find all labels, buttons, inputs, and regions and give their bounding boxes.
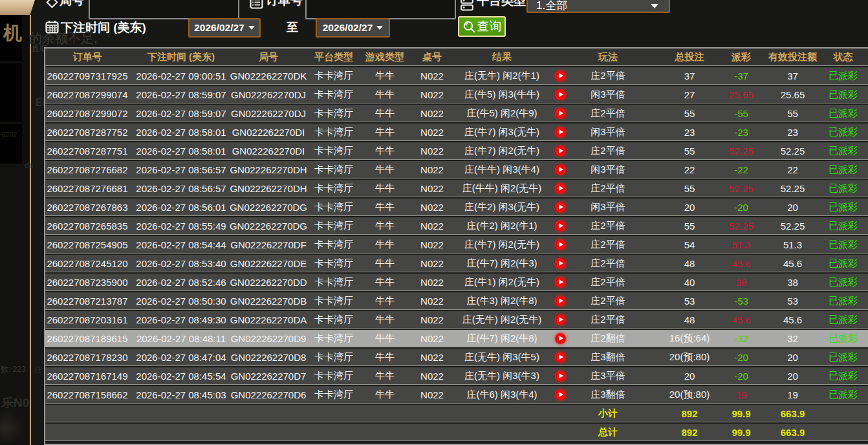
table-row[interactable]: 2602270872678632026-02-27 08:56:01GN0222…: [45, 199, 868, 216]
table-row[interactable]: 2602270871671492026-02-27 08:45:54GN0222…: [45, 367, 868, 385]
cell-empty: [129, 405, 233, 422]
search-button[interactable]: 查询: [458, 16, 506, 37]
play-video-icon[interactable]: [555, 239, 566, 250]
table-row[interactable]: 2602270872658352026-02-27 08:55:49GN0222…: [45, 217, 868, 235]
cell-total-bet: 20(预:80): [649, 386, 715, 403]
play-video-icon[interactable]: [555, 146, 566, 157]
play-video-icon[interactable]: [555, 277, 566, 288]
cell-play-type: 闲3平倍: [574, 199, 649, 215]
table-row[interactable]: 2602270872766812026-02-27 08:56:57GN0222…: [45, 180, 868, 197]
cell-empty: [304, 424, 363, 440]
cell-game-type: 牛牛: [363, 255, 406, 272]
search-icon: [462, 20, 476, 34]
table-row[interactable]: 2602270872451202026-02-27 08:53:40GN0222…: [45, 255, 868, 272]
cell-play: [546, 86, 574, 103]
cell-platform: 卡卡湾厅: [304, 142, 363, 159]
table-row[interactable]: 2602270872990722026-02-27 08:59:07GN0222…: [45, 105, 868, 122]
cell-order-id: 260227087287751: [45, 142, 129, 159]
cell-payout: 51.3: [715, 236, 767, 253]
total-row-bet: 892: [649, 424, 715, 440]
table-row[interactable]: 2602270871782302026-02-27 08:47:04GN0222…: [45, 349, 868, 366]
bet-history-table: 订单号下注时间 (美东)局号平台类型游戏类型桌号结果玩法总投注派彩有效投注额状态…: [44, 47, 868, 445]
play-video-icon[interactable]: [555, 352, 566, 363]
table-row[interactable]: 2602270872877522026-02-27 08:58:01GN0222…: [45, 124, 868, 141]
cell-payout: -20: [715, 349, 767, 365]
platform-selected-value: 1.全部: [536, 0, 567, 13]
cell-result: 庄(无牛) 闲2(牛1): [458, 67, 546, 84]
platform-select[interactable]: 1.全部: [526, 0, 670, 13]
cell-table-no: N022: [406, 349, 458, 365]
cell-play-type: 庄2平倍: [574, 217, 649, 234]
cell-valid-bet: 20: [767, 199, 818, 215]
play-video-icon[interactable]: [555, 389, 566, 400]
cell-total-bet: 20(预:80): [649, 349, 715, 365]
play-video-icon[interactable]: [555, 202, 566, 213]
cell-play-type: 庄2平倍: [574, 105, 649, 122]
cell-bet-time: 2026-02-27 08:59:07: [129, 105, 233, 122]
cell-play: [546, 161, 574, 178]
cell-order-id: 260227087167149: [45, 367, 129, 384]
cell-total-bet: 22: [649, 161, 715, 178]
table-row[interactable]: 2602270872031612026-02-27 08:49:30GN0222…: [45, 311, 868, 329]
cell-status: 已派彩: [818, 386, 868, 403]
cell-bet-time: 2026-02-27 08:59:07: [129, 86, 233, 103]
table-row[interactable]: 2602270872877512026-02-27 08:58:01GN0222…: [45, 142, 868, 160]
cell-valid-bet: 52.25: [767, 180, 818, 197]
cell-status: 已派彩: [818, 367, 868, 384]
date-from-select[interactable]: 2026/02/27: [188, 18, 261, 38]
cell-empty: [458, 424, 546, 440]
cell-result: 庄(牛5) 闲2(牛9): [458, 105, 546, 122]
table-row[interactable]: 2602270871586622026-02-27 08:45:03GN0222…: [45, 386, 868, 404]
table-row[interactable]: 2602270973179252026-02-27 09:00:51GN0222…: [45, 67, 868, 85]
cell-result: 庄(牛1) 闲2(无牛): [458, 274, 546, 290]
cell-payout: -22: [715, 161, 767, 178]
total-row-label: 总计: [574, 424, 649, 440]
cell-table-no: N022: [406, 274, 458, 290]
cell-empty: [818, 405, 868, 422]
column-header-12: 有效投注额: [767, 49, 818, 65]
cell-status: 已派彩: [818, 86, 868, 103]
play-video-icon[interactable]: [555, 89, 566, 100]
cell-play: [546, 217, 574, 234]
table-row[interactable]: 2602270872549052026-02-27 08:54:44GN0222…: [45, 236, 868, 254]
table-row[interactable]: 2602270872990742026-02-27 08:59:07GN0222…: [45, 86, 868, 103]
play-video-icon[interactable]: [555, 108, 566, 119]
play-video-icon[interactable]: [555, 371, 566, 382]
date-to-select[interactable]: 2026/02/27: [316, 18, 390, 38]
round-input[interactable]: [89, 0, 239, 19]
play-video-icon[interactable]: [555, 221, 566, 232]
cell-empty: [129, 424, 233, 440]
cell-order-id: 260227087245120: [45, 255, 129, 272]
cell-result: 庄(牛牛) 闲2(无牛): [458, 180, 546, 197]
table-row[interactable]: 2602270872359002026-02-27 08:52:46GN0222…: [45, 274, 868, 291]
play-video-icon[interactable]: [555, 314, 566, 325]
cell-valid-bet: 20: [767, 367, 818, 384]
cell-platform: 卡卡湾厅: [304, 105, 363, 122]
cell-result: 庄(牛7) 闲3(无牛): [458, 124, 546, 140]
table-row[interactable]: 2602270872137872026-02-27 08:50:30GN0222…: [45, 292, 868, 310]
play-video-icon[interactable]: [555, 333, 566, 344]
play-video-icon[interactable]: [555, 258, 566, 269]
cell-game-type: 牛牛: [363, 274, 406, 290]
cell-round-id: GN022262270DG: [233, 217, 304, 234]
play-video-icon[interactable]: [555, 71, 566, 81]
table-row[interactable]: 2602270872766822026-02-27 08:56:57GN0222…: [45, 161, 868, 179]
cell-valid-bet: 45.6: [767, 255, 818, 272]
cell-payout: 38: [715, 274, 767, 290]
cell-table-no: N022: [406, 86, 458, 103]
order-input[interactable]: [305, 0, 456, 19]
cell-platform: 卡卡湾厅: [304, 124, 363, 140]
cell-play-type: 庄3平倍: [574, 367, 649, 384]
cell-round-id: GN022262270DJ: [233, 86, 304, 103]
play-video-icon[interactable]: [555, 296, 566, 307]
cell-payout: -20: [715, 199, 767, 215]
play-video-icon[interactable]: [555, 164, 566, 175]
to-label: 至: [287, 19, 298, 35]
play-video-icon[interactable]: [555, 127, 566, 138]
table-row[interactable]: 2602270871896152026-02-27 08:48:11GN0222…: [45, 330, 868, 347]
cell-total-bet: 55: [649, 142, 715, 159]
play-video-icon[interactable]: [555, 183, 566, 194]
cell-empty: [546, 405, 574, 422]
cell-bet-time: 2026-02-27 09:00:51: [129, 67, 233, 84]
cell-platform: 卡卡湾厅: [304, 217, 363, 234]
